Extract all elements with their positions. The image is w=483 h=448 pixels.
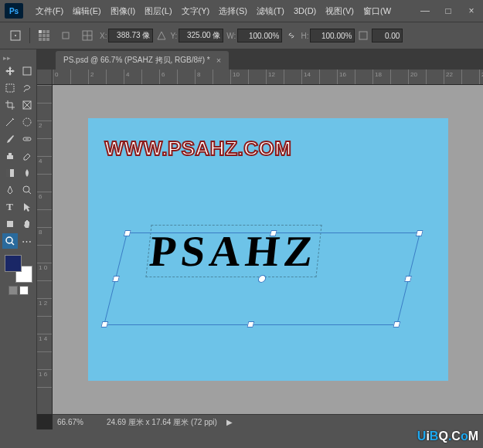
svg-point-1 xyxy=(15,35,16,36)
ruler-tick: 16 xyxy=(337,70,355,84)
maximize-button[interactable]: □ xyxy=(437,0,460,22)
toolbar-collapse-icon[interactable]: ▸▸ xyxy=(0,53,36,63)
quick-mask-controls xyxy=(9,286,29,295)
crop-tool[interactable] xyxy=(2,97,18,113)
svg-rect-3 xyxy=(43,30,46,33)
quick-mask-off[interactable] xyxy=(9,286,18,295)
close-button[interactable]: × xyxy=(460,0,483,22)
angle-icon xyxy=(358,26,369,45)
menu-3d[interactable]: 3D(D) xyxy=(289,5,321,17)
transform-handle-br[interactable] xyxy=(393,321,400,328)
y-input[interactable] xyxy=(179,29,223,42)
marquee-ellipse-tool[interactable] xyxy=(19,114,35,130)
svg-rect-10 xyxy=(46,38,49,41)
svg-rect-2 xyxy=(39,30,42,33)
menu-edit[interactable]: 编辑(E) xyxy=(68,4,106,19)
move-tool[interactable] xyxy=(2,63,18,79)
ruler-tick xyxy=(319,70,337,84)
menu-view[interactable]: 视图(V) xyxy=(321,4,359,19)
hand-tool[interactable] xyxy=(19,216,35,232)
pen-tool[interactable] xyxy=(2,182,18,198)
eraser-tool[interactable] xyxy=(19,148,35,164)
ruler-tick xyxy=(461,70,479,84)
marquee-tool[interactable] xyxy=(2,80,18,96)
svg-rect-4 xyxy=(46,30,49,33)
lasso-tool[interactable] xyxy=(19,80,35,96)
ruler-tick: 8 xyxy=(37,227,52,245)
transform-handle-bl[interactable] xyxy=(100,321,108,328)
ruler-tick xyxy=(70,70,88,84)
artboard-tool[interactable] xyxy=(19,63,35,79)
type-tool[interactable]: T xyxy=(2,199,18,215)
ruler-tick: 0 xyxy=(53,70,70,84)
ruler-tick: 12 xyxy=(266,70,284,84)
delta-icon[interactable] xyxy=(156,26,167,45)
ruler-tick xyxy=(213,70,230,84)
status-arrow-icon[interactable]: ▶ xyxy=(226,418,233,426)
document-tab[interactable]: PS.psd @ 66.7% (PSAHZ 拷贝, RGB/8#) * × xyxy=(56,51,229,70)
transform-handle-mr[interactable] xyxy=(404,276,412,282)
minimize-button[interactable]: — xyxy=(413,0,437,22)
menu-filter[interactable]: 滤镜(T) xyxy=(252,4,289,19)
transform-tool-icon[interactable] xyxy=(6,26,25,45)
menu-type[interactable]: 文字(Y) xyxy=(177,4,215,19)
brush-tool[interactable] xyxy=(2,131,18,147)
ruler-tick xyxy=(37,351,52,369)
svg-line-30 xyxy=(12,243,14,245)
zoom-tool[interactable] xyxy=(2,233,18,249)
clone-tool[interactable] xyxy=(2,148,18,164)
x-input[interactable] xyxy=(108,29,153,42)
vertical-ruler[interactable]: 24681 01 21 41 6 xyxy=(37,85,53,414)
transform-handle-tl[interactable] xyxy=(123,230,131,236)
ruler-tick xyxy=(37,387,52,405)
site-watermark: UiBQ.CoM xyxy=(417,429,478,443)
gradient-tool[interactable] xyxy=(2,165,18,181)
ruler-origin[interactable] xyxy=(37,70,53,85)
transform-handle-tr[interactable] xyxy=(415,230,423,236)
reference-point-icon[interactable] xyxy=(35,26,53,45)
w-input[interactable] xyxy=(237,29,282,42)
tab-close-icon[interactable]: × xyxy=(216,56,221,65)
relative-position-icon[interactable] xyxy=(56,26,75,45)
menu-file[interactable]: 文件(F) xyxy=(31,4,68,19)
color-swatches[interactable] xyxy=(5,255,32,283)
svg-rect-25 xyxy=(6,169,10,177)
grid-overlay-icon[interactable] xyxy=(78,26,97,45)
transform-center-point[interactable] xyxy=(257,275,266,283)
blur-tool[interactable] xyxy=(19,165,35,181)
h-label: H: xyxy=(301,32,308,40)
frame-tool[interactable] xyxy=(19,97,35,113)
canvas-stage[interactable]: WWW.PSAHZ.COM PSAHZ xyxy=(53,85,483,414)
eyedropper-tool[interactable] xyxy=(2,114,18,130)
menu-layer[interactable]: 图层(L) xyxy=(140,4,176,19)
ruler-tick: 6 xyxy=(37,192,52,209)
y-label: Y: xyxy=(170,32,177,40)
svg-rect-17 xyxy=(6,84,14,92)
h-input[interactable] xyxy=(310,29,355,42)
dodge-tool[interactable] xyxy=(19,182,35,198)
ruler-tick xyxy=(37,245,52,263)
link-icon[interactable] xyxy=(285,26,298,45)
horizontal-ruler[interactable]: 024681012141618202224 xyxy=(53,70,483,85)
menu-image[interactable]: 图像(I) xyxy=(106,4,140,19)
angle-input[interactable] xyxy=(372,29,403,42)
healing-tool[interactable] xyxy=(19,131,35,147)
quick-mask-on[interactable] xyxy=(19,286,29,295)
svg-rect-15 xyxy=(359,32,367,39)
transform-handle-bm[interactable] xyxy=(247,321,254,328)
edit-toolbar[interactable]: ⋯ xyxy=(19,233,35,249)
x-label: X: xyxy=(100,32,107,40)
zoom-level-input[interactable] xyxy=(57,418,97,426)
transform-handle-ml[interactable] xyxy=(112,276,120,282)
artboard[interactable]: WWW.PSAHZ.COM PSAHZ xyxy=(88,118,448,381)
ruler-tick: 18 xyxy=(372,70,390,84)
shape-tool[interactable] xyxy=(2,216,18,232)
ruler-tick xyxy=(37,280,52,298)
width-field: W: xyxy=(226,29,282,42)
main-layer-text[interactable]: PSAHZ xyxy=(147,226,319,276)
menu-window[interactable]: 窗口(W xyxy=(359,4,396,19)
ruler-tick xyxy=(37,174,52,192)
foreground-color[interactable] xyxy=(5,255,22,272)
path-select-tool[interactable] xyxy=(19,199,35,215)
menu-select[interactable]: 选择(S) xyxy=(214,4,252,19)
